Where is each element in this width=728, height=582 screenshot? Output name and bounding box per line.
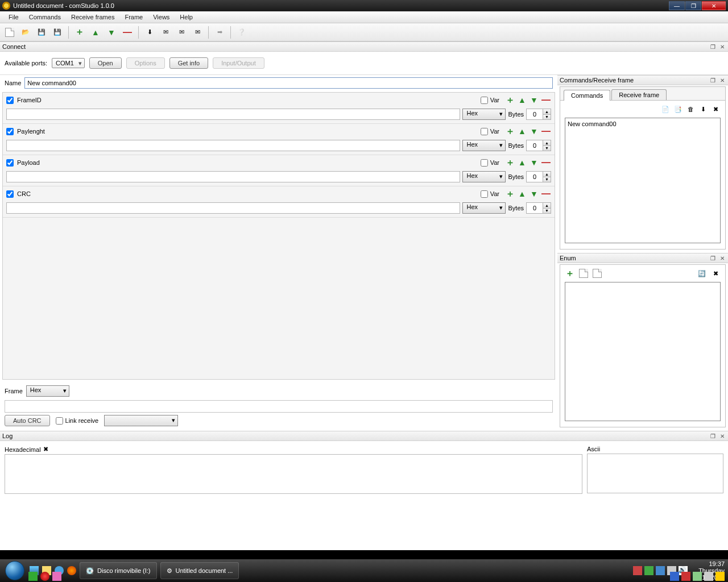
spin-down-icon[interactable]: ▼ [543,146,551,151]
field-add-icon[interactable]: ＋ [505,189,515,199]
bytes-spinner[interactable]: ▲▼ [526,171,551,182]
ascii-output[interactable] [587,454,723,493]
start-button[interactable] [3,559,26,582]
cmd-remove-icon[interactable]: ✖ [710,104,721,114]
ql-icon[interactable] [28,572,38,581]
send-down-icon[interactable]: ⬇ [143,26,156,39]
minimize-button[interactable]: — [669,1,685,10]
add-icon[interactable]: ＋ [73,26,86,39]
menu-views[interactable]: Views [148,13,175,22]
field-up-icon[interactable]: ▲ [517,126,527,136]
bytes-spinner[interactable]: ▲▼ [526,109,551,120]
field-format-select[interactable]: Hex [462,140,506,151]
spin-up-icon[interactable]: ▲ [543,172,551,177]
maximize-button[interactable]: ❐ [685,1,701,10]
menu-frame[interactable]: Frame [119,13,148,22]
enum-add-icon[interactable]: ＋ [565,268,575,278]
ql-icon[interactable] [40,572,49,581]
panel-undock-icon[interactable]: ❐ [709,77,717,84]
panel-close-icon[interactable]: ✕ [718,43,726,51]
spin-up-icon[interactable]: ▲ [543,140,551,146]
forward-icon[interactable]: ➡ [213,26,226,39]
field-value-input[interactable] [6,140,460,151]
tab-commands[interactable]: Commands [564,90,610,101]
taskbar-item-comstudio[interactable]: ⚙ Untitled document ... [160,562,239,579]
var-checkbox[interactable] [481,97,488,104]
hex-clear-icon[interactable]: ✖ [43,446,48,453]
cmd-down-icon[interactable]: ⬇ [698,104,708,114]
frame-format-select[interactable]: Hex [26,385,69,397]
var-checkbox[interactable] [481,159,488,167]
field-enable-checkbox[interactable] [6,128,14,135]
field-down-icon[interactable]: ▼ [529,95,539,105]
tray-extra-icon[interactable] [681,572,690,581]
menu-help[interactable]: Help [175,13,198,22]
field-down-icon[interactable]: ▼ [529,126,539,136]
var-checkbox[interactable] [481,128,488,135]
tab-receive-frame[interactable]: Receive frame [611,89,667,100]
new-doc-icon[interactable] [3,26,16,39]
enum-remove-icon[interactable]: ✖ [710,268,721,278]
field-enable-checkbox[interactable] [6,97,14,104]
spin-down-icon[interactable]: ▼ [543,177,551,182]
save-icon[interactable]: 💾 [35,26,48,39]
link-receive-checkbox[interactable]: Link receive [56,417,99,425]
bytes-spinner[interactable]: ▲▼ [526,140,551,151]
field-add-icon[interactable]: ＋ [505,157,515,168]
mail-out-icon[interactable]: ✉ [159,26,172,39]
open-doc-icon[interactable]: 📂 [19,26,32,39]
tray-extra-icon[interactable] [693,572,702,581]
spin-down-icon[interactable]: ▼ [543,209,551,214]
open-button[interactable]: Open [89,57,122,69]
field-format-select[interactable]: Hex [462,202,506,214]
var-checkbox[interactable] [481,190,488,198]
mail-in-icon[interactable]: ✉ [175,26,188,39]
menu-commands[interactable]: Commands [24,13,66,22]
field-add-icon[interactable]: ＋ [505,126,515,136]
hex-output[interactable] [5,454,582,494]
save-as-icon[interactable]: 💾 [51,26,64,39]
field-remove-icon[interactable]: — [541,95,551,105]
commands-list[interactable]: New command00 [565,118,721,243]
cmd-add-icon[interactable]: 📄 [660,104,671,114]
cmd-copy-icon[interactable]: 📑 [673,104,683,114]
panel-undock-icon[interactable]: ❐ [709,433,717,440]
port-select[interactable]: COM1 [52,58,85,68]
field-add-icon[interactable]: ＋ [505,95,515,105]
tray-extra-icon[interactable] [704,572,713,581]
spin-down-icon[interactable]: ▼ [543,115,551,120]
panel-close-icon[interactable]: ✕ [718,255,726,262]
enum-doc-icon[interactable] [578,268,589,278]
field-up-icon[interactable]: ▲ [517,95,527,105]
field-down-icon[interactable]: ▼ [529,157,539,168]
name-input[interactable] [24,77,553,89]
field-up-icon[interactable]: ▲ [517,189,527,199]
tray-extra-icon[interactable] [715,572,725,581]
menu-file[interactable]: File [3,13,24,22]
bytes-spinner[interactable]: ▲▼ [526,202,551,214]
field-enable-checkbox[interactable] [6,159,14,167]
getinfo-button[interactable]: Get info [169,57,209,69]
cmd-delete-icon[interactable]: 🗑 [685,104,696,114]
enum-list[interactable] [565,282,721,421]
down-icon[interactable]: ▼ [105,26,118,39]
spin-up-icon[interactable]: ▲ [543,109,551,115]
field-enable-checkbox[interactable] [6,190,14,198]
ql-icon[interactable] [52,572,61,581]
spin-up-icon[interactable]: ▲ [543,203,551,209]
field-remove-icon[interactable]: — [541,157,551,168]
close-button[interactable]: ✕ [702,1,726,10]
link-receive-select[interactable] [104,415,178,426]
help-icon[interactable]: ❔ [235,26,248,39]
field-remove-icon[interactable]: — [541,189,551,199]
field-value-input[interactable] [6,202,460,214]
enum-refresh-icon[interactable]: 🔄 [697,268,707,278]
field-up-icon[interactable]: ▲ [517,157,527,168]
enum-del-doc-icon[interactable] [592,268,602,278]
field-format-select[interactable]: Hex [462,109,506,120]
menu-receive-frames[interactable]: Receive frames [66,13,119,22]
field-value-input[interactable] [6,109,460,120]
panel-close-icon[interactable]: ✕ [718,77,726,84]
auto-crc-button[interactable]: Auto CRC [5,415,50,426]
field-value-input[interactable] [6,171,460,182]
